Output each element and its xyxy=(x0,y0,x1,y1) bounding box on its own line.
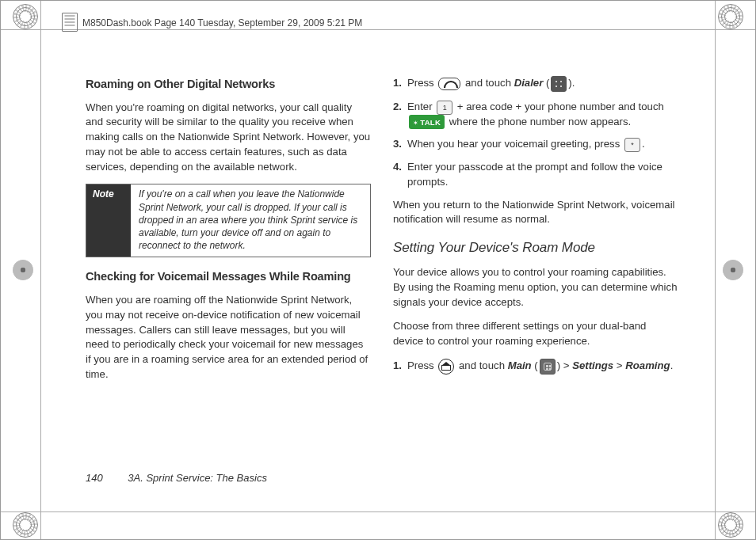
crop-line-bottom xyxy=(1,511,755,512)
para-return-network: When you return to the Nationwide Sprint… xyxy=(393,198,678,227)
talk-key-icon xyxy=(438,78,460,90)
registration-mark-side-left xyxy=(13,260,33,280)
para-roaming-networks: When you're roaming on digital networks,… xyxy=(86,101,371,175)
step-4: 4. Enter your passcode at the prompt and… xyxy=(407,160,678,189)
heading-voicemail-roaming: Checking for Voicemail Messages While Ro… xyxy=(86,268,371,285)
page-footer: 140 3A. Sprint Service: The Basics xyxy=(86,472,267,484)
document-icon xyxy=(62,13,78,32)
crop-line-right xyxy=(715,1,716,539)
dialer-icon xyxy=(551,76,567,92)
heading-roam-mode: Setting Your Device's Roam Mode xyxy=(393,238,678,257)
note-label: Note xyxy=(86,184,131,257)
main-label: Main xyxy=(508,359,532,371)
crop-line-top xyxy=(1,29,755,30)
star-key-icon: * xyxy=(624,138,640,152)
roaming-label: Roaming xyxy=(625,359,670,371)
para-roam-mode-1: Your device allows you to control your r… xyxy=(393,265,678,310)
steps-roam-mode: 1. Press and touch Main () > Settings > … xyxy=(393,359,678,375)
home-key-icon xyxy=(438,359,454,375)
page-content: Roaming on Other Digital Networks When y… xyxy=(86,76,680,488)
settings-label: Settings xyxy=(572,359,613,371)
chapter-title: 3A. Sprint Service: The Basics xyxy=(128,472,267,484)
dialer-label: Dialer xyxy=(514,77,544,89)
crop-line-left xyxy=(40,1,41,539)
steps-voicemail: 1. Press and touch Dialer (). 2. Enter 1… xyxy=(393,76,678,190)
column-right: 1. Press and touch Dialer (). 2. Enter 1… xyxy=(393,76,678,488)
registration-mark-bottom-right xyxy=(718,512,743,538)
step-1: 1. Press and touch Dialer (). xyxy=(407,76,678,92)
para-roam-mode-2: Choose from three different settings on … xyxy=(393,319,678,348)
note-box: Note If you're on a call when you leave … xyxy=(86,184,371,257)
page-number: 140 xyxy=(86,472,103,484)
heading-roaming-networks: Roaming on Other Digital Networks xyxy=(86,76,371,93)
talk-button-icon: TALK xyxy=(409,115,445,129)
column-left: Roaming on Other Digital Networks When y… xyxy=(86,76,371,488)
registration-mark-bottom-left xyxy=(13,512,38,538)
registration-mark-top-left xyxy=(13,4,38,29)
registration-mark-top-right xyxy=(718,4,743,29)
registration-mark-side-right xyxy=(723,260,743,280)
para-voicemail-roaming: When you are roaming off the Nationwide … xyxy=(86,293,371,382)
roam-step-1: 1. Press and touch Main () > Settings > … xyxy=(407,359,678,375)
main-menu-icon xyxy=(540,359,556,375)
document-header: M850Dash.book Page 140 Tuesday, Septembe… xyxy=(82,17,362,29)
step-2: 2. Enter 1 + area code + your phone numb… xyxy=(407,100,678,129)
one-key-icon: 1 xyxy=(437,101,452,115)
step-3: 3. When you hear your voicemail greeting… xyxy=(407,137,678,152)
note-text: If you're on a call when you leave the N… xyxy=(131,184,370,257)
